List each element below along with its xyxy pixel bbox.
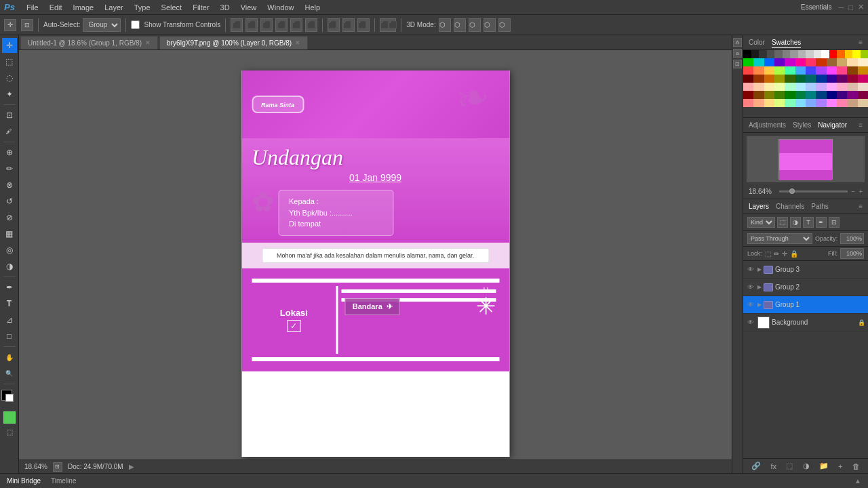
swatch[interactable] xyxy=(847,75,857,83)
swatch[interactable] xyxy=(827,66,837,75)
swatch[interactable] xyxy=(743,83,753,91)
swatch[interactable] xyxy=(767,50,775,58)
swatch[interactable] xyxy=(837,50,845,58)
tab-untitled-close[interactable]: ✕ xyxy=(145,39,151,46)
layer-expand-btn[interactable]: ▶ xyxy=(757,302,762,308)
lock-pixels-btn[interactable]: ✏ xyxy=(774,250,779,258)
eraser-tool[interactable]: ⊘ xyxy=(2,210,17,225)
workspace-selector[interactable]: Essentials xyxy=(801,3,832,11)
menu-window[interactable]: Window xyxy=(262,2,298,13)
layer-delete-btn[interactable]: 🗑 xyxy=(852,462,860,470)
swatch[interactable] xyxy=(847,91,857,99)
layer-visibility-btn[interactable]: 👁 xyxy=(746,283,755,292)
swatch[interactable] xyxy=(764,83,774,91)
tab-untitled[interactable]: Untitled-1 @ 18.6% (Group 1, RGB/8) ✕ xyxy=(20,36,158,49)
swatch[interactable] xyxy=(743,58,753,66)
swatch[interactable] xyxy=(743,91,753,99)
filter-shape-btn[interactable]: ✒ xyxy=(816,217,827,228)
swatch[interactable] xyxy=(743,66,753,75)
align-top-btn[interactable]: ⬛ xyxy=(275,18,288,32)
nav-slider[interactable] xyxy=(779,190,848,192)
swatch[interactable] xyxy=(798,50,806,58)
pen-tool[interactable]: ✒ xyxy=(2,280,17,295)
align-bottom-btn[interactable]: ⬛ xyxy=(305,18,317,32)
swatch[interactable] xyxy=(827,58,837,66)
swatch[interactable] xyxy=(764,58,774,66)
swatch[interactable] xyxy=(845,50,853,58)
swatch[interactable] xyxy=(806,83,816,91)
3d-pan-btn[interactable]: ⬡ xyxy=(469,18,481,32)
swatch[interactable] xyxy=(743,75,753,83)
swatch[interactable] xyxy=(837,83,847,91)
tab-swatches[interactable]: Swatches xyxy=(772,37,801,48)
swatch[interactable] xyxy=(858,75,868,83)
adj-menu-btn[interactable]: ≡ xyxy=(859,121,863,129)
dist-extra-btn[interactable]: ⬛ xyxy=(357,18,370,32)
move-tool-btn[interactable]: ✛ xyxy=(4,19,16,31)
menu-help[interactable]: Help xyxy=(300,2,325,13)
swatch[interactable] xyxy=(837,75,847,83)
swatch[interactable] xyxy=(837,99,847,107)
swatch[interactable] xyxy=(806,50,814,58)
filter-adj-btn[interactable]: ◑ xyxy=(790,217,801,228)
swatch[interactable] xyxy=(774,50,783,58)
fill-tool[interactable]: ▦ xyxy=(2,226,17,241)
swatch[interactable] xyxy=(837,66,847,75)
swatches-menu-btn[interactable]: ≡ xyxy=(859,39,863,46)
swatch[interactable] xyxy=(861,50,869,58)
swatch[interactable] xyxy=(774,83,785,91)
swatch[interactable] xyxy=(806,99,816,107)
tab-color[interactable]: Color xyxy=(749,37,765,47)
tab-navigator[interactable]: Navigator xyxy=(818,121,847,129)
swatch[interactable] xyxy=(785,91,795,99)
menu-select[interactable]: Select xyxy=(157,2,187,13)
swatch[interactable] xyxy=(783,50,791,58)
swatch[interactable] xyxy=(764,66,774,75)
eyedrop-tool[interactable]: 🖋 xyxy=(2,124,17,139)
menu-view[interactable]: View xyxy=(236,2,262,13)
tab-styles[interactable]: Styles xyxy=(793,121,811,129)
tab-bry[interactable]: bry6IgX9T.png @ 100% (Layer 0, RGB/8) ✕ xyxy=(159,36,308,49)
swatch[interactable] xyxy=(858,83,868,91)
swatch[interactable] xyxy=(806,58,816,66)
ri-btn-3[interactable]: ⊡ xyxy=(733,60,742,68)
show-transform-checkbox[interactable] xyxy=(131,20,140,29)
blur-tool[interactable]: ◎ xyxy=(2,243,17,258)
swatch[interactable] xyxy=(829,50,837,58)
swatch[interactable] xyxy=(753,58,764,66)
swatch[interactable] xyxy=(753,66,764,75)
background-color[interactable] xyxy=(5,394,14,402)
swatch[interactable] xyxy=(790,50,798,58)
nav-zoom-out-icon[interactable]: − xyxy=(851,188,855,195)
menu-layer[interactable]: Layer xyxy=(100,2,128,13)
filter-smart-btn[interactable]: ⊡ xyxy=(829,217,840,228)
menu-edit[interactable]: Edit xyxy=(45,2,67,13)
swatch[interactable] xyxy=(858,91,868,99)
swatch[interactable] xyxy=(774,66,785,75)
swatch[interactable] xyxy=(827,83,837,91)
3d-rotate-btn[interactable]: ⬡ xyxy=(439,18,451,32)
swatch[interactable] xyxy=(764,75,774,83)
layer-visibility-btn[interactable]: 👁 xyxy=(746,265,755,274)
ri-btn-1[interactable]: A xyxy=(733,38,742,47)
restore-btn[interactable]: □ xyxy=(848,3,853,12)
zoom-tool[interactable]: 🔍 xyxy=(2,366,17,381)
tab-mini-bridge[interactable]: Mini Bridge xyxy=(7,477,41,485)
swatch[interactable] xyxy=(785,75,795,83)
transform-btn[interactable]: ⊡ xyxy=(21,19,33,31)
align-center-btn[interactable]: ⬛ xyxy=(245,18,258,32)
swatch[interactable] xyxy=(795,66,806,75)
swatch[interactable] xyxy=(814,50,822,58)
swatch[interactable] xyxy=(743,50,751,58)
swatch[interactable] xyxy=(753,99,764,107)
color-swatch-area[interactable] xyxy=(1,390,18,406)
3d-orbit-btn[interactable]: ⬡ xyxy=(454,18,466,32)
nav-zoom-in-icon[interactable]: + xyxy=(859,188,863,195)
tab-bry-close[interactable]: ✕ xyxy=(295,39,300,46)
swatch[interactable] xyxy=(774,91,785,99)
screen-mode-btn[interactable]: ⬚ xyxy=(6,428,13,436)
swatch[interactable] xyxy=(774,75,785,83)
swatch[interactable] xyxy=(816,58,826,66)
move-tool[interactable]: ✛ xyxy=(2,38,17,53)
path-tool[interactable]: ⊿ xyxy=(2,312,17,327)
